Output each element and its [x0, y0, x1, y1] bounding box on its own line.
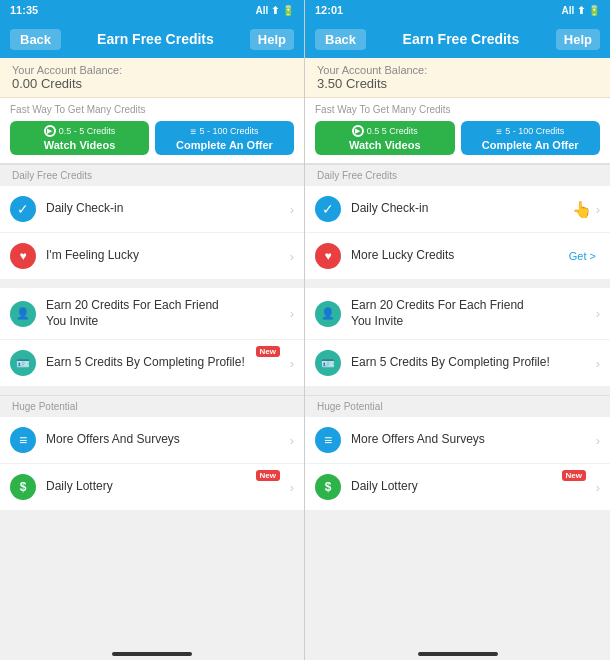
hand-icon-right: 👆 [572, 200, 592, 219]
friends-icon-left: 👤 [10, 301, 36, 327]
status-bar-right: 12:01 All ⬆ 🔋 [305, 0, 610, 20]
account-value-right: 3.50 Credits [317, 76, 598, 91]
status-bar-left: 11:35 All ⬆ 🔋 [0, 0, 304, 20]
new-badge-lottery-right: New [562, 470, 586, 481]
lottery-left[interactable]: $ Daily Lottery New › [0, 464, 304, 511]
new-badge-profile-left: New [256, 346, 280, 357]
huge-section-header-left: Huge Potential [0, 395, 304, 417]
offers-icon-right: ≡ [315, 427, 341, 453]
lottery-icon-right: $ [315, 474, 341, 500]
profile-label-right: Earn 5 Credits By Completing Profile! [351, 355, 592, 371]
daily-checkin-right[interactable]: ✓ Daily Check-in 👆 › [305, 186, 610, 233]
divider-2-left [0, 387, 304, 395]
spacer-left [0, 511, 304, 644]
lucky-chevron-left: › [290, 249, 294, 264]
account-label-right: Your Account Balance: [317, 64, 598, 76]
checkin-label-left: Daily Check-in [46, 201, 286, 217]
offers-label-right: More Offers And Surveys [351, 432, 592, 448]
profile-label-left: Earn 5 Credits By Completing Profile! [46, 355, 286, 371]
new-badge-lottery-left: New [256, 470, 280, 481]
friends-label-left: Earn 20 Credits For Each FriendYou Invit… [46, 298, 286, 329]
lottery-chevron-left: › [290, 480, 294, 495]
offer-icon-left: ≡ [191, 126, 197, 137]
play-icon-left: ▶ [44, 125, 56, 137]
nav-bar-left: Back Earn Free Credits Help [0, 20, 304, 58]
checkin-chevron-right: › [596, 202, 600, 217]
divider-1-left [0, 280, 304, 288]
watch-videos-label-right: Watch Videos [321, 139, 449, 151]
nav-title-left: Earn Free Credits [97, 31, 214, 47]
back-button-right[interactable]: Back [315, 29, 366, 50]
offers-surveys-left[interactable]: ≡ More Offers And Surveys › [0, 417, 304, 464]
complete-offer-button-left[interactable]: ≡ 5 - 100 Credits Complete An Offer [155, 121, 294, 155]
lottery-label-left: Daily Lottery [46, 479, 286, 495]
friends-chevron-right: › [596, 306, 600, 321]
daily-checkin-left[interactable]: ✓ Daily Check-in › [0, 186, 304, 233]
account-balance-left: Your Account Balance: 0.00 Credits [0, 58, 304, 98]
checkin-label-right: Daily Check-in [351, 201, 572, 217]
spacer-right [305, 511, 610, 644]
friends-chevron-left: › [290, 306, 294, 321]
profile-chevron-right: › [596, 356, 600, 371]
fast-way-title-left: Fast Way To Get Many Credits [10, 104, 294, 115]
huge-section-header-right: Huge Potential [305, 395, 610, 417]
account-label-left: Your Account Balance: [12, 64, 292, 76]
offers-icon-left: ≡ [10, 427, 36, 453]
fast-way-title-right: Fast Way To Get Many Credits [315, 104, 600, 115]
play-icon-right: ▶ [352, 125, 364, 137]
fast-way-left: Fast Way To Get Many Credits ▶ 0.5 - 5 C… [0, 98, 304, 164]
profile-icon-right: 🪪 [315, 350, 341, 376]
offers-surveys-right[interactable]: ≡ More Offers And Surveys › [305, 417, 610, 464]
help-button-left[interactable]: Help [250, 29, 294, 50]
left-panel: 11:35 All ⬆ 🔋 Back Earn Free Credits Hel… [0, 0, 305, 660]
lottery-right[interactable]: $ Daily Lottery New › [305, 464, 610, 511]
checkin-icon-left: ✓ [10, 196, 36, 222]
lottery-icon-left: $ [10, 474, 36, 500]
offer-icon-right: ≡ [496, 126, 502, 137]
time-right: 12:01 [315, 4, 343, 16]
friends-label-right: Earn 20 Credits For Each FriendYou Invit… [351, 298, 592, 329]
time-left: 11:35 [10, 4, 38, 16]
lucky-icon-right: ♥ [315, 243, 341, 269]
fast-way-right: Fast Way To Get Many Credits ▶ 0.5 5 Cre… [305, 98, 610, 164]
account-balance-right: Your Account Balance: 3.50 Credits [305, 58, 610, 98]
friends-left[interactable]: 👤 Earn 20 Credits For Each FriendYou Inv… [0, 288, 304, 340]
back-button-left[interactable]: Back [10, 29, 61, 50]
divider-1-right [305, 280, 610, 288]
nav-bar-right: Back Earn Free Credits Help [305, 20, 610, 58]
complete-offer-label-left: Complete An Offer [161, 139, 288, 151]
home-indicator-right [305, 644, 610, 660]
checkin-icon-right: ✓ [315, 196, 341, 222]
profile-right[interactable]: 🪪 Earn 5 Credits By Completing Profile! … [305, 340, 610, 387]
checkin-chevron-left: › [290, 202, 294, 217]
profile-chevron-left: › [290, 356, 294, 371]
lucky-left[interactable]: ♥ I'm Feeling Lucky › [0, 233, 304, 280]
lucky-label-left: I'm Feeling Lucky [46, 248, 286, 264]
friends-icon-right: 👤 [315, 301, 341, 327]
watch-videos-button-right[interactable]: ▶ 0.5 5 Credits Watch Videos [315, 121, 455, 155]
complete-offer-label-right: Complete An Offer [467, 139, 595, 151]
help-button-right[interactable]: Help [556, 29, 600, 50]
watch-videos-label-left: Watch Videos [16, 139, 143, 151]
complete-offer-button-right[interactable]: ≡ 5 - 100 Credits Complete An Offer [461, 121, 601, 155]
offers-chevron-left: › [290, 433, 294, 448]
lucky-right[interactable]: ♥ More Lucky Credits Get > [305, 233, 610, 280]
lottery-label-right: Daily Lottery [351, 479, 592, 495]
divider-2-right [305, 387, 610, 395]
account-value-left: 0.00 Credits [12, 76, 292, 91]
profile-icon-left: 🪪 [10, 350, 36, 376]
nav-title-right: Earn Free Credits [403, 31, 520, 47]
offers-chevron-right: › [596, 433, 600, 448]
profile-left[interactable]: 🪪 Earn 5 Credits By Completing Profile! … [0, 340, 304, 387]
home-indicator-left [0, 644, 304, 660]
get-text-right: Get > [569, 250, 596, 262]
status-icons-right: All ⬆ 🔋 [561, 5, 600, 16]
fast-way-buttons-right: ▶ 0.5 5 Credits Watch Videos ≡ 5 - 100 C… [315, 121, 600, 155]
fast-way-buttons-left: ▶ 0.5 - 5 Credits Watch Videos ≡ 5 - 100… [10, 121, 294, 155]
friends-right[interactable]: 👤 Earn 20 Credits For Each FriendYou Inv… [305, 288, 610, 340]
watch-videos-button-left[interactable]: ▶ 0.5 - 5 Credits Watch Videos [10, 121, 149, 155]
lucky-icon-left: ♥ [10, 243, 36, 269]
status-icons-left: All ⬆ 🔋 [255, 5, 294, 16]
lucky-label-right: More Lucky Credits [351, 248, 569, 264]
daily-section-header-right: Daily Free Credits [305, 164, 610, 186]
